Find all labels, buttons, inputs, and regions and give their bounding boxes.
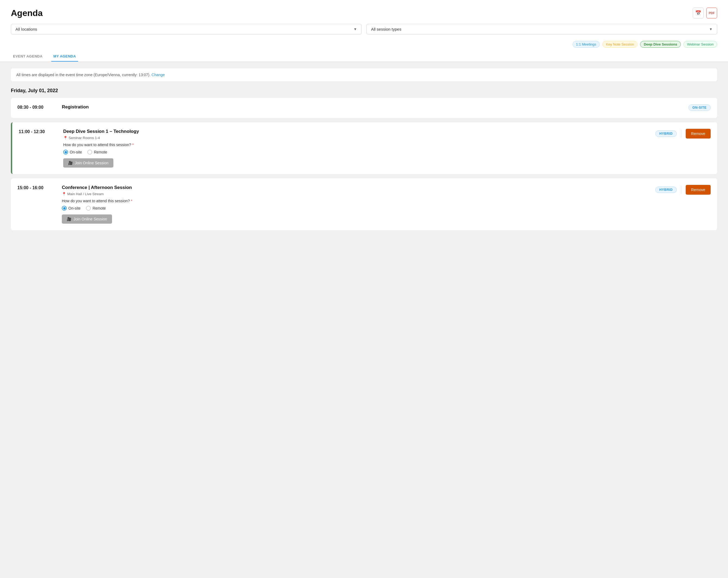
required-star: * bbox=[131, 199, 132, 203]
location-text: Main Hall / Live Stream bbox=[67, 192, 104, 196]
session-title: Deep Dive Session 1 – Technology bbox=[63, 129, 649, 134]
chevron-down-icon: ▼ bbox=[709, 27, 712, 31]
radio-onsite[interactable]: On-site bbox=[63, 150, 82, 155]
session-body: Conference | Afternoon Session 📍 Main Ha… bbox=[62, 185, 649, 224]
locations-label: All locations bbox=[16, 27, 37, 31]
radio-remote[interactable]: Remote bbox=[86, 206, 106, 211]
timezone-change-link[interactable]: Change bbox=[152, 73, 165, 77]
session-types-label: All session types bbox=[371, 27, 401, 31]
join-online-session-button[interactable]: 🎥 Join Online Session bbox=[62, 215, 112, 224]
session-body: Registration bbox=[62, 104, 682, 111]
page-title: Agenda bbox=[11, 8, 43, 18]
session-title: Conference | Afternoon Session bbox=[62, 185, 649, 190]
session-body: Deep Dive Session 1 – Technology 📍 Semin… bbox=[63, 129, 649, 168]
pdf-button[interactable]: PDF bbox=[706, 7, 717, 19]
remove-button[interactable]: Remove bbox=[686, 129, 711, 139]
status-badge: HYBRID bbox=[655, 187, 677, 193]
tab-my-agenda[interactable]: MY AGENDA bbox=[51, 51, 78, 61]
location-text: Seminar Rooms 1-4 bbox=[69, 136, 100, 140]
timezone-notice: All times are displayed in the event tim… bbox=[11, 68, 717, 81]
session-title: Registration bbox=[62, 104, 682, 110]
calendar-icon: 📅 bbox=[695, 10, 701, 16]
header: Agenda 📅 PDF bbox=[0, 0, 728, 24]
legend-row: 1:1 Meetings Key Note Session Deep Dive … bbox=[0, 39, 728, 51]
timezone-text: All times are displayed in the event tim… bbox=[16, 73, 151, 77]
camera-icon: 🎥 bbox=[67, 217, 71, 221]
date-heading: Friday, July 01, 2022 bbox=[11, 88, 717, 93]
join-online-session-button[interactable]: 🎥 Join Online Session bbox=[63, 158, 113, 168]
location-pin-icon: 📍 bbox=[62, 192, 66, 196]
radio-circle-onsite bbox=[63, 150, 68, 155]
legend-badge-keynote[interactable]: Key Note Session bbox=[602, 41, 638, 48]
session-card: 15:00 - 16:00 Conference | Afternoon Ses… bbox=[11, 178, 717, 230]
radio-circle-onsite bbox=[62, 206, 67, 211]
session-card: 08:30 - 09:00 Registration ON-SITE bbox=[11, 98, 717, 118]
locations-filter[interactable]: All locations ▼ bbox=[11, 24, 362, 34]
location-pin-icon: 📍 bbox=[63, 136, 68, 140]
session-time: 15:00 - 16:00 bbox=[17, 185, 55, 190]
divider bbox=[681, 130, 681, 138]
radio-group: On-site Remote bbox=[62, 206, 649, 211]
session-location: 📍 Main Hall / Live Stream bbox=[62, 192, 649, 196]
radio-circle-remote bbox=[87, 150, 92, 155]
filters: All locations ▼ All session types ▼ bbox=[0, 24, 728, 39]
radio-circle-remote bbox=[86, 206, 91, 211]
session-location: 📍 Seminar Rooms 1-4 bbox=[63, 136, 649, 140]
session-right: HYBRID Remove bbox=[655, 129, 711, 139]
radio-onsite[interactable]: On-site bbox=[62, 206, 81, 211]
legend-badge-webinar[interactable]: Webinar Session bbox=[683, 41, 717, 48]
remove-button[interactable]: Remove bbox=[686, 185, 711, 195]
status-badge: HYBRID bbox=[655, 130, 677, 137]
calendar-icon-button[interactable]: 📅 bbox=[693, 7, 704, 19]
legend-badge-meetings[interactable]: 1:1 Meetings bbox=[573, 41, 600, 48]
legend-badge-deepdive[interactable]: Deep Dive Sessions bbox=[640, 41, 681, 48]
session-time: 08:30 - 09:00 bbox=[17, 104, 55, 110]
content-area: All times are displayed in the event tim… bbox=[0, 62, 728, 578]
pdf-label: PDF bbox=[709, 11, 715, 15]
attend-question: How do you want to attend this session? … bbox=[62, 199, 649, 203]
session-time: 11:00 - 12:30 bbox=[19, 129, 57, 134]
header-icons: 📅 PDF bbox=[693, 7, 717, 19]
radio-group: On-site Remote bbox=[63, 150, 649, 155]
status-badge: ON-SITE bbox=[688, 104, 711, 111]
camera-icon: 🎥 bbox=[68, 161, 73, 165]
session-card: 11:00 - 12:30 Deep Dive Session 1 – Tech… bbox=[11, 122, 717, 174]
chevron-down-icon: ▼ bbox=[354, 27, 357, 31]
session-right: ON-SITE bbox=[688, 104, 711, 111]
session-types-filter[interactable]: All session types ▼ bbox=[366, 24, 717, 34]
radio-remote[interactable]: Remote bbox=[87, 150, 107, 155]
divider bbox=[681, 186, 681, 194]
tab-event-agenda[interactable]: EVENT AGENDA bbox=[11, 51, 45, 61]
tabs-bar: EVENT AGENDA MY AGENDA bbox=[0, 51, 728, 62]
required-star: * bbox=[132, 143, 133, 147]
attend-question: How do you want to attend this session? … bbox=[63, 143, 649, 147]
session-right: HYBRID Remove bbox=[655, 185, 711, 195]
